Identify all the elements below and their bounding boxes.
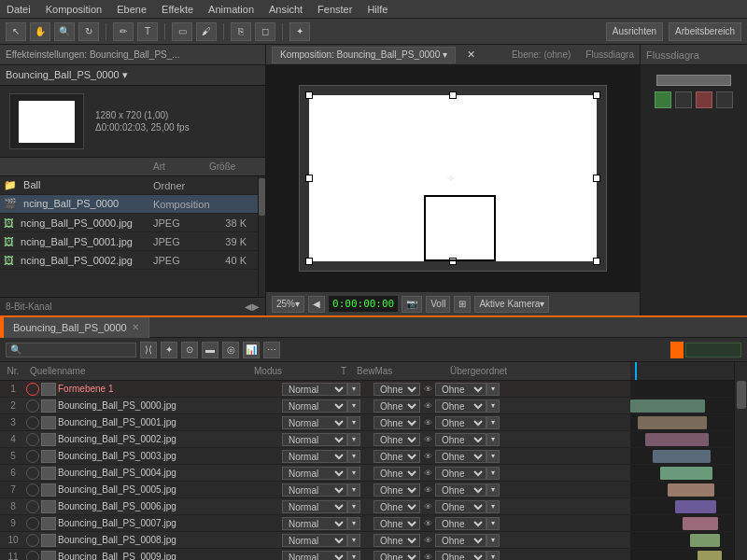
- layer-visibility-toggle[interactable]: [26, 433, 39, 446]
- menu-fenster[interactable]: Fenster: [315, 4, 355, 15]
- handle-mr[interactable]: [593, 175, 600, 182]
- tl-layer-row[interactable]: 3 Bouncing_Ball_PS_0001.jpg Normal ▾ Ohn…: [0, 414, 630, 431]
- tl-layer-row[interactable]: 7 Bouncing_Ball_PS_0005.jpg Normal ▾ Ohn…: [0, 482, 630, 498]
- layer-uber-arrow[interactable]: ▾: [486, 450, 500, 463]
- timecode-display[interactable]: 0:00:00:00: [329, 296, 398, 312]
- layer-visibility-toggle[interactable]: [26, 383, 39, 396]
- toolbar-rotate[interactable]: ↻: [78, 22, 99, 41]
- layer-eye-icon[interactable]: 👁: [420, 449, 435, 464]
- toolbar-workspace[interactable]: Arbeitsbereich: [669, 22, 741, 41]
- layer-mode-arrow[interactable]: ▾: [347, 450, 360, 463]
- keyframe-block[interactable]: [698, 551, 722, 560]
- menu-ansicht[interactable]: Ansicht: [266, 4, 305, 15]
- tl-layer-row[interactable]: 4 Bouncing_Ball_PS_0002.jpg Normal ▾ Ohn…: [0, 431, 630, 448]
- zoom-dropdown[interactable]: 25% ▾: [272, 296, 304, 313]
- layer-eye-icon[interactable]: 👁: [420, 550, 435, 561]
- layer-uber-arrow[interactable]: ▾: [486, 500, 500, 513]
- layer-bewmas-dropdown[interactable]: Ohne: [374, 416, 420, 429]
- toolbar-zoom[interactable]: 🔍: [54, 22, 75, 41]
- layer-mode-arrow[interactable]: ▾: [347, 551, 360, 561]
- keyframe-block[interactable]: [645, 433, 709, 446]
- layer-mode-arrow[interactable]: ▾: [347, 534, 360, 547]
- project-row[interactable]: 📁 Ball Ordner: [0, 176, 258, 195]
- quality-dropdown[interactable]: Voll: [426, 296, 450, 313]
- layer-visibility-toggle[interactable]: [26, 500, 39, 513]
- toolbar-shape[interactable]: ▭: [172, 22, 192, 41]
- keyframe-block[interactable]: [668, 483, 714, 497]
- handle-tr[interactable]: [593, 91, 600, 99]
- layer-uber-dropdown[interactable]: Ohne: [435, 517, 486, 530]
- layer-uber-arrow[interactable]: ▾: [486, 433, 500, 446]
- toolbar-align[interactable]: Ausrichten: [606, 22, 663, 41]
- grid-btn[interactable]: ⊞: [454, 296, 471, 313]
- project-row[interactable]: 🎬 ncing_Ball_PS_0000 Komposition: [0, 195, 258, 214]
- layer-visibility-toggle[interactable]: [26, 551, 39, 561]
- toolbar-puppet[interactable]: ✦: [289, 22, 310, 41]
- menu-datei[interactable]: Datei: [4, 4, 34, 15]
- layer-bewmas-dropdown[interactable]: Ohne: [374, 551, 420, 561]
- tl-btn-more[interactable]: ⋯: [263, 342, 280, 358]
- timeline-search-input[interactable]: [6, 343, 136, 357]
- layer-uber-dropdown[interactable]: Ohne: [435, 383, 486, 396]
- layer-bewmas-dropdown[interactable]: Ohne: [374, 500, 420, 513]
- layer-uber-dropdown[interactable]: Ohne: [435, 500, 486, 513]
- layer-eye-icon[interactable]: 👁: [420, 415, 435, 430]
- layer-mode-dropdown[interactable]: Normal: [282, 399, 347, 413]
- layer-uber-dropdown[interactable]: Ohne: [435, 399, 486, 413]
- toolbar-brush[interactable]: 🖌: [196, 22, 217, 41]
- layer-bewmas-dropdown[interactable]: Ohne: [374, 450, 420, 463]
- layer-bewmas-dropdown[interactable]: Ohne: [374, 383, 420, 396]
- layer-uber-arrow[interactable]: ▾: [486, 399, 500, 413]
- layer-bewmas-dropdown[interactable]: Ohne: [374, 483, 420, 497]
- tl-layer-row[interactable]: 2 Bouncing_Ball_PS_0000.jpg Normal ▾ Ohn…: [0, 398, 630, 414]
- layer-mode-dropdown[interactable]: Normal: [282, 551, 347, 561]
- handle-ml[interactable]: [305, 175, 313, 182]
- toolbar-pen[interactable]: ✏: [113, 22, 134, 41]
- layer-visibility-toggle[interactable]: [26, 534, 39, 547]
- tl-layer-row[interactable]: 5 Bouncing_Ball_PS_0003.jpg Normal ▾ Ohn…: [0, 448, 630, 465]
- layer-uber-arrow[interactable]: ▾: [486, 551, 500, 561]
- menu-effekte[interactable]: Effekte: [159, 4, 196, 15]
- layer-mode-dropdown[interactable]: Normal: [282, 517, 347, 530]
- layer-mode-arrow[interactable]: ▾: [347, 416, 360, 429]
- layer-uber-dropdown[interactable]: Ohne: [435, 483, 486, 497]
- tl-btn-graph[interactable]: 📊: [243, 342, 260, 358]
- layer-mode-arrow[interactable]: ▾: [347, 383, 360, 396]
- tl-layer-row[interactable]: 6 Bouncing_Ball_PS_0004.jpg Normal ▾ Ohn…: [0, 465, 630, 482]
- layer-mode-dropdown[interactable]: Normal: [282, 467, 347, 480]
- tl-scrollbar[interactable]: [734, 362, 747, 560]
- layer-bewmas-dropdown[interactable]: Ohne: [374, 534, 420, 547]
- tl-layer-row[interactable]: 9 Bouncing_Ball_PS_0007.jpg Normal ▾ Ohn…: [0, 515, 630, 532]
- keyframe-block[interactable]: [690, 534, 720, 547]
- layer-uber-dropdown[interactable]: Ohne: [435, 450, 486, 463]
- scroll-arrow[interactable]: ◀▶: [245, 301, 260, 312]
- layer-eye-icon[interactable]: 👁: [420, 466, 435, 481]
- keyframe-block[interactable]: [653, 450, 711, 463]
- layer-visibility-toggle[interactable]: [26, 399, 39, 413]
- layer-visibility-toggle[interactable]: [26, 416, 39, 429]
- layer-mode-dropdown[interactable]: Normal: [282, 416, 347, 429]
- layer-uber-arrow[interactable]: ▾: [486, 383, 500, 396]
- menu-hilfe[interactable]: Hilfe: [364, 4, 390, 15]
- layer-mode-arrow[interactable]: ▾: [347, 399, 360, 413]
- project-row[interactable]: 🖼 ncing_Ball_PS_0002.jpg JPEG 40 K: [0, 251, 258, 270]
- timeline-tab[interactable]: Bouncing_Ball_PS_0000 ✕: [4, 317, 149, 338]
- layer-eye-icon[interactable]: 👁: [420, 432, 435, 447]
- prev-frame-btn[interactable]: ◀: [308, 296, 325, 313]
- layer-mode-arrow[interactable]: ▾: [347, 433, 360, 446]
- layer-bewmas-dropdown[interactable]: Ohne: [374, 467, 420, 480]
- layer-eye-icon[interactable]: 👁: [420, 382, 435, 397]
- menu-animation[interactable]: Animation: [205, 4, 257, 15]
- camera-icon-btn[interactable]: 📷: [402, 296, 422, 313]
- layer-eye-icon[interactable]: 👁: [420, 516, 435, 531]
- layer-uber-arrow[interactable]: ▾: [486, 467, 500, 480]
- handle-tl[interactable]: [305, 91, 313, 99]
- layer-uber-dropdown[interactable]: Ohne: [435, 467, 486, 480]
- handle-bl[interactable]: [305, 258, 313, 265]
- layer-uber-dropdown[interactable]: Ohne: [435, 534, 486, 547]
- handle-tc[interactable]: [449, 91, 457, 99]
- tl-layer-row[interactable]: 8 Bouncing_Ball_PS_0006.jpg Normal ▾ Ohn…: [0, 498, 630, 515]
- layer-mode-dropdown[interactable]: Normal: [282, 433, 347, 446]
- layer-bewmas-dropdown[interactable]: Ohne: [374, 399, 420, 413]
- layer-visibility-toggle[interactable]: [26, 467, 39, 480]
